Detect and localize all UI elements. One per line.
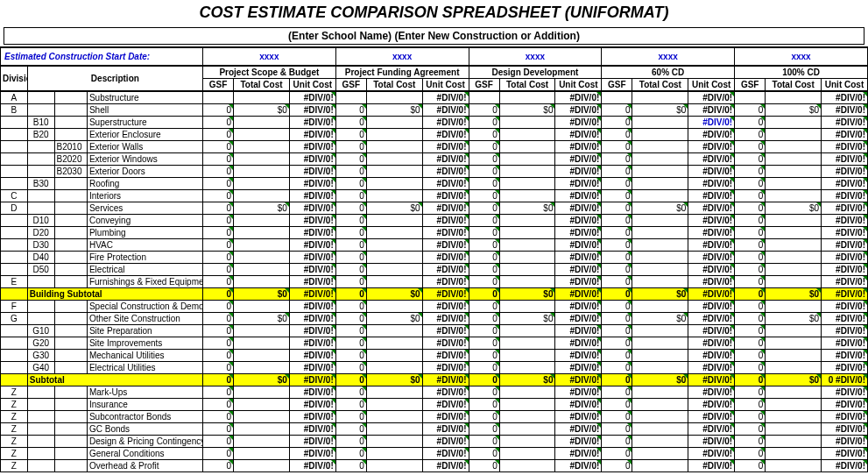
cell-subcode[interactable] xyxy=(27,141,54,153)
cell-itemcode[interactable] xyxy=(54,301,87,313)
cell-unit[interactable]: #DIV/0! xyxy=(688,411,735,423)
cell-itemcode[interactable] xyxy=(54,239,87,252)
cell-total[interactable] xyxy=(366,301,422,313)
cell-unit[interactable]: #DIV/0! xyxy=(555,436,602,448)
cell-description[interactable]: Special Construction & Demo xyxy=(87,301,202,313)
cell-total[interactable] xyxy=(632,276,688,288)
cell-unit[interactable]: #DIV/0! xyxy=(555,227,602,239)
cell-unit[interactable]: #DIV/0! xyxy=(422,350,469,362)
cell-subcode[interactable]: D30 xyxy=(27,239,54,252)
cell-gsf[interactable]: 0 xyxy=(469,166,499,178)
cell-total[interactable] xyxy=(366,239,422,252)
cell-total[interactable] xyxy=(766,227,822,239)
cell-unit[interactable]: #DIV/0! xyxy=(822,227,868,239)
cell-unit[interactable]: #DIV/0! xyxy=(822,436,868,448)
cell-unit[interactable]: #DIV/0! xyxy=(422,153,469,166)
cell-itemcode[interactable] xyxy=(54,215,87,227)
cell-gsf[interactable]: 0 xyxy=(735,301,766,313)
cell-gsf[interactable]: 0 xyxy=(735,350,766,362)
cell-subcode[interactable] xyxy=(27,448,54,460)
cell-division[interactable] xyxy=(1,325,28,337)
cell-unit[interactable]: #DIV/0! xyxy=(688,386,735,399)
cell-total[interactable] xyxy=(366,350,422,362)
cell-itemcode[interactable] xyxy=(54,313,87,325)
cell-subcode[interactable] xyxy=(27,313,54,325)
cell-total[interactable] xyxy=(766,386,822,399)
cell-gsf[interactable]: 0 xyxy=(469,362,499,374)
cell-subcode[interactable]: D20 xyxy=(27,227,54,239)
cell-unit[interactable]: #DIV/0! xyxy=(688,153,735,166)
cell-total[interactable] xyxy=(366,460,422,472)
cell-unit[interactable]: #DIV/0! xyxy=(422,448,469,460)
cell-total[interactable] xyxy=(366,227,422,239)
cell-gsf[interactable]: 0 xyxy=(469,276,499,288)
cell-gsf[interactable]: 0 xyxy=(335,301,366,313)
cell-unit[interactable]: #DIV/0! xyxy=(822,129,868,141)
cell-total[interactable] xyxy=(632,166,688,178)
cell-total[interactable] xyxy=(632,178,688,190)
date-phase-2[interactable]: xxxx xyxy=(469,47,602,66)
cell-unit[interactable]: #DIV/0! xyxy=(822,166,868,178)
cell-gsf[interactable]: 0 xyxy=(335,117,366,129)
cell-gsf[interactable]: 0 xyxy=(469,460,499,472)
cell-unit[interactable]: #DIV/0! xyxy=(688,325,735,337)
cell-total[interactable] xyxy=(632,227,688,239)
cell-total[interactable] xyxy=(766,460,822,472)
cell-description[interactable]: Plumbing xyxy=(87,227,202,239)
cell-subcode[interactable]: D40 xyxy=(27,252,54,264)
cell-unit[interactable]: #DIV/0! xyxy=(289,153,335,166)
cell-gsf[interactable]: 0 xyxy=(202,141,233,153)
cell-unit[interactable]: #DIV/0! xyxy=(555,301,602,313)
cell-total[interactable] xyxy=(234,117,290,129)
cell-unit[interactable]: #DIV/0! xyxy=(555,190,602,202)
cell-total[interactable] xyxy=(499,153,555,166)
cell-division[interactable]: D xyxy=(1,202,28,215)
cell-unit[interactable]: #DIV/0! xyxy=(688,178,735,190)
cell-unit[interactable]: #DIV/0! xyxy=(422,104,469,117)
cell-unit[interactable]: #DIV/0! xyxy=(555,239,602,252)
cell-description[interactable]: Interiors xyxy=(87,190,202,202)
cell-gsf[interactable]: 0 xyxy=(469,117,499,129)
cell-total[interactable] xyxy=(366,166,422,178)
cell-gsf[interactable]: 0 xyxy=(335,313,366,325)
cell-gsf[interactable]: 0 xyxy=(335,252,366,264)
cell-gsf[interactable]: 0 xyxy=(202,386,233,399)
cell-total[interactable]: $0 xyxy=(499,202,555,215)
cell-gsf[interactable]: 0 xyxy=(602,141,632,153)
cell-unit[interactable]: #DIV/0! xyxy=(289,362,335,374)
cell-unit[interactable]: #DIV/0! xyxy=(555,215,602,227)
cell-unit[interactable]: #DIV/0! xyxy=(422,313,469,325)
cell-total[interactable] xyxy=(766,178,822,190)
cell-gsf[interactable]: 0 xyxy=(469,190,499,202)
cell-gsf[interactable]: 0 xyxy=(735,386,766,399)
cell-description[interactable]: Shell xyxy=(87,104,202,117)
cell-total[interactable] xyxy=(366,423,422,436)
cell-gsf[interactable]: 0 xyxy=(602,227,632,239)
cell-total[interactable] xyxy=(366,399,422,411)
cell-unit[interactable]: #DIV/0! xyxy=(822,325,868,337)
cell-gsf[interactable]: 0 xyxy=(335,276,366,288)
cell-total[interactable] xyxy=(632,129,688,141)
cell-unit[interactable]: #DIV/0! xyxy=(822,399,868,411)
cell-itemcode[interactable] xyxy=(54,252,87,264)
cell-gsf[interactable]: 0 xyxy=(202,423,233,436)
cell-gsf[interactable] xyxy=(202,91,233,104)
cell-gsf[interactable]: 0 xyxy=(335,423,366,436)
cell-unit[interactable]: #DIV/0! xyxy=(688,264,735,276)
cell-gsf[interactable]: 0 xyxy=(735,227,766,239)
cell-total[interactable] xyxy=(499,190,555,202)
cell-itemcode[interactable] xyxy=(54,448,87,460)
cell-unit[interactable]: #DIV/0! xyxy=(822,190,868,202)
cell-unit[interactable]: #DIV/0! xyxy=(422,239,469,252)
cell-total[interactable] xyxy=(234,301,290,313)
cell-total[interactable] xyxy=(366,215,422,227)
cell-subcode[interactable] xyxy=(27,153,54,166)
cell-subcode[interactable] xyxy=(27,91,54,104)
cell-unit[interactable]: #DIV/0! xyxy=(822,350,868,362)
cell-total[interactable] xyxy=(499,227,555,239)
cell-total[interactable]: $0 xyxy=(632,313,688,325)
cell-itemcode[interactable] xyxy=(54,350,87,362)
cell-division[interactable]: F xyxy=(1,301,28,313)
cell-total[interactable] xyxy=(499,91,555,104)
cell-gsf[interactable]: 0 xyxy=(335,129,366,141)
